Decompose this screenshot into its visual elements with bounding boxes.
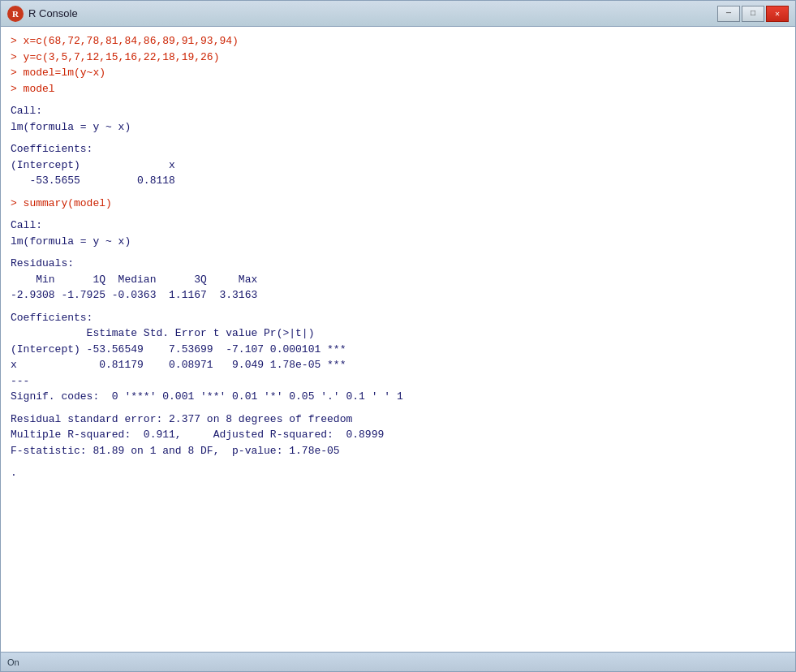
- blank-line: [11, 249, 785, 256]
- blank-line: [11, 211, 785, 218]
- console-input-line: > y=c(3,5,7,12,15,16,22,18,19,26): [11, 50, 785, 66]
- console-output-line: Residual standard error: 2.377 on 8 degr…: [11, 411, 785, 428]
- titlebar: R R Console ─ □ ✕: [1, 1, 795, 27]
- console-output-line: Call:: [11, 103, 785, 119]
- console-input-line: > model: [11, 81, 785, 97]
- console-output-line: lm(formula = y ~ x): [11, 234, 785, 250]
- console-output-line: Signif. codes: 0 '***' 0.001 '**' 0.01 '…: [11, 389, 785, 405]
- blank-line: [11, 135, 785, 141]
- console-input-line: > x=c(68,72,78,81,84,86,89,91,93,94): [11, 33, 785, 50]
- statusbar: On: [1, 652, 795, 671]
- blank-line: [11, 97, 785, 103]
- console-output-line: (Intercept) x: [11, 157, 785, 174]
- console-output-line: .: [11, 465, 785, 481]
- console-output-line: F-statistic: 81.89 on 1 and 8 DF, p-valu…: [11, 443, 785, 459]
- console-output-line: ---: [11, 373, 785, 390]
- r-console-window: R R Console ─ □ ✕ > x=c(68,72,78,81,84,8…: [0, 0, 796, 672]
- console-input-line: > model=lm(y~x): [11, 65, 785, 81]
- console-output-line: Estimate Std. Error t value Pr(>|t|): [11, 325, 785, 342]
- window-title: R Console: [28, 7, 717, 19]
- console-output-line: Multiple R-squared: 0.911, Adjusted R-sq…: [11, 427, 785, 443]
- minimize-button[interactable]: ─: [717, 6, 740, 22]
- console-output-line: -2.9308 -1.7925 -0.0363 1.1167 3.3163: [11, 287, 785, 304]
- console-output-line: x 0.81179 0.08971 9.049 1.78e-05 ***: [11, 357, 785, 373]
- console-output-line: Coefficients:: [11, 141, 785, 157]
- console-output-line: Min 1Q Median 3Q Max: [11, 272, 785, 288]
- window-controls: ─ □ ✕: [717, 6, 789, 22]
- blank-line: [11, 459, 785, 465]
- blank-line: [11, 189, 785, 196]
- console-output[interactable]: > x=c(68,72,78,81,84,86,89,91,93,94)> y=…: [1, 27, 795, 652]
- blank-line: [11, 405, 785, 411]
- close-button[interactable]: ✕: [766, 6, 789, 22]
- console-input-line: > summary(model): [11, 196, 785, 212]
- console-output-line: (Intercept) -53.56549 7.53699 -7.107 0.0…: [11, 342, 785, 358]
- status-text: On: [7, 657, 19, 667]
- console-output-line: Residuals:: [11, 256, 785, 272]
- maximize-button[interactable]: □: [742, 6, 764, 22]
- console-output-line: -53.5655 0.8118: [11, 173, 785, 189]
- console-output-line: Coefficients:: [11, 310, 785, 326]
- blank-line: [11, 304, 785, 310]
- console-output-line: lm(formula = y ~ x): [11, 119, 785, 136]
- console-output-line: Call:: [11, 218, 785, 234]
- r-logo-icon: R: [7, 6, 24, 22]
